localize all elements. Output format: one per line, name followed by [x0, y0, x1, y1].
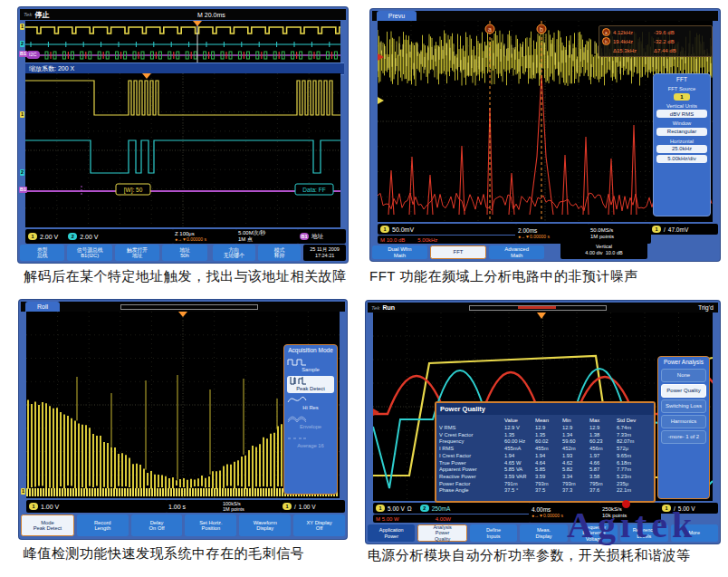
decode-menu-button[interactable]: 触发打开地址 — [115, 245, 159, 261]
power-table-row: Power Factor791m793m793m795m235μ — [436, 481, 654, 488]
power-analysis-item[interactable]: Switching Loss — [661, 399, 706, 413]
peak-menu-button[interactable]: DelayOn Off — [131, 514, 183, 536]
main-screen: [W]: 50 Data: FF — [25, 73, 340, 227]
logo-text: Ag — [567, 505, 620, 545]
acquisition-menu: Acquisition Mode SamplePeak DetectHi Res… — [283, 344, 338, 495]
table-title: Power Quality — [436, 403, 654, 415]
power-table-row: True Power4.65 W4.644.624.666.18m — [436, 460, 654, 467]
power-table-row: Frequency60.00 Hz60.0259.6060.2382.07m — [436, 438, 654, 446]
bus-data-label: Data: FF — [302, 187, 325, 193]
col-min: Min — [562, 418, 589, 423]
col-max: Max — [589, 418, 617, 423]
cursor-b-level: -32.2 dB — [654, 39, 675, 44]
scope-topbar: Prevu — [372, 11, 718, 21]
acquisition-status: Prevu — [377, 11, 417, 21]
acquisition-mode-icon — [287, 434, 307, 443]
power-analysis-item[interactable]: None — [661, 369, 706, 382]
record-view-bar[interactable] — [120, 304, 258, 310]
power-analysis-item[interactable]: Power Quality — [661, 384, 706, 398]
ch1-scale-readout: 1 50.0mV — [378, 224, 517, 235]
cursor-b-icon: b — [602, 37, 610, 45]
acquisition-mode-item[interactable]: Hi Res — [287, 395, 334, 412]
channel1-marker[interactable]: 1 — [20, 24, 24, 30]
decode-menu-button[interactable]: 方向无论哪个 — [213, 245, 255, 261]
power-menu-button[interactable]: AnalysisPowerQuality — [417, 524, 466, 542]
fft-source-button[interactable]: 1 — [674, 93, 690, 101]
decode-waveform: [W]: 50 Data: FF — [25, 73, 340, 227]
channel2-marker[interactable]: 2 — [20, 41, 24, 47]
math-scale: M 10.0 dB — [380, 237, 405, 243]
datetime-box: 25 11月 2009 17:24:21 — [303, 245, 346, 261]
col-stddev: Std Dev — [617, 418, 647, 423]
horizontal-scale-readout: M 20.0ms — [197, 12, 225, 18]
peak-menu-button[interactable]: RecordLength — [77, 514, 129, 536]
horizontal-scale-button[interactable]: 5.00kHz/div — [656, 155, 707, 163]
logo-i: ı — [620, 507, 635, 543]
power-analysis-menu: Power Analysis NonePower QualitySwitchin… — [657, 356, 710, 499]
math-menu-button[interactable]: FFT — [430, 245, 487, 259]
ch1-chip: 1 — [380, 226, 389, 233]
math-menu-button[interactable]: AdvancedMath — [489, 245, 544, 259]
power-menu-button[interactable]: ApplicationPower — [368, 524, 415, 542]
power-analysis-item[interactable]: Harmonics — [661, 415, 706, 428]
acquisition-mode-item[interactable]: Envelope — [287, 414, 334, 431]
menu-button-group: 类型总线信号源总线B1(I2C)触发打开地址地址50h — [20, 245, 207, 261]
math-scale: M 5.00 W — [376, 516, 399, 522]
tek-logo: Tek — [24, 12, 32, 17]
time-label: 17:24:21 — [303, 253, 346, 259]
peak-menu-button[interactable]: WaveformDisplay — [239, 514, 291, 536]
trigger-level: 1.00 V — [299, 504, 316, 510]
channel2-position-marker[interactable]: 2 — [20, 169, 24, 176]
acquisition-mode-item[interactable]: Peak Detect — [287, 376, 334, 393]
decode-menu-button[interactable]: 信号源总线B1(I2C) — [67, 245, 111, 261]
vertical-readout-box: Vertical 4.00 div 10.0 dB — [560, 240, 647, 259]
ch1-chip: 1 — [28, 233, 37, 240]
delay-readout: ●→▼0.00000 s — [175, 237, 206, 243]
decode-menu-button[interactable]: 类型总线 — [20, 245, 64, 261]
power-menu-button[interactable]: Meas.Display — [520, 524, 567, 542]
cursor-a-icon: a — [602, 28, 610, 36]
vertical-units-button[interactable]: dBV RMS — [656, 110, 707, 118]
decode-menu-button[interactable]: 地址50h — [162, 245, 206, 261]
acquisition-mode-icon — [287, 396, 307, 405]
vertical-div: 4.00 div — [585, 250, 602, 255]
peak-menu-button[interactable]: XY DisplayOff — [293, 514, 345, 536]
acquisition-mode-icon — [287, 358, 307, 367]
scope-topbar: Tek 停止 M 20.0ms — [20, 9, 346, 20]
record-points: 1M points — [590, 234, 614, 240]
power-screen: Power Quality Value Mean Min Max Std Dev… — [373, 313, 713, 501]
power-table-row: V Crest Factor1.351.351.341.387.33m — [436, 432, 654, 439]
window-label: Window — [654, 120, 710, 126]
power-menu-button[interactable]: DefineInputs — [470, 524, 517, 542]
channel1-position-marker[interactable]: 1 — [21, 488, 25, 495]
overview-waveform — [25, 21, 340, 63]
fft-screen: ab a 4.12kHz -39.6 dB b 19.4kHz -32.2 dB… — [378, 21, 713, 222]
bus-chip: I2C — [26, 51, 40, 59]
scope-panel-decode: Tek 停止 M 20.0ms I2C 1 2 B1 缩放系数: 200 X [… — [18, 7, 348, 263]
power-table-row: I RMS455mA455m452m456m572μ — [436, 446, 654, 453]
peak-menu-button[interactable]: ModePeak Detect — [21, 514, 74, 536]
acquisition-mode-icon — [287, 377, 307, 386]
record-view-window[interactable] — [518, 306, 556, 309]
math-menu-button[interactable]: Dual WfmMath — [372, 245, 427, 259]
bus-position-marker[interactable]: B1 — [19, 187, 27, 193]
ch1-chip: 1 — [29, 503, 38, 510]
caption-fft: FFT 功能在频域上分析电路中的非预计噪声 — [369, 268, 638, 285]
window-button[interactable]: Rectangular — [656, 128, 707, 136]
acquisition-mode-item[interactable]: Average 16 — [287, 432, 334, 449]
scope-panel-fft: Prevu ab a 4.12kHz -39.6 dB b 19.4kHz -3… — [370, 9, 720, 261]
peak-menu-button[interactable]: Set Horiz.Position — [185, 514, 236, 536]
sample-rate: 50.0MS/s — [590, 227, 613, 234]
bus-marker[interactable]: B1 — [19, 51, 27, 57]
svg-text:a: a — [488, 26, 492, 33]
channel1-position-marker[interactable]: 1 — [20, 111, 24, 118]
power-analysis-item[interactable]: -more- 1 of 2 — [661, 430, 706, 444]
ch2-chip: 2 — [420, 505, 429, 512]
peak-screen: Acquisition Mode SamplePeak DetectHi Res… — [26, 312, 340, 498]
bus-write-label: [W]: 50 — [124, 187, 143, 194]
acquisition-mode-item[interactable]: Sample — [287, 357, 334, 374]
horizontal-center-button[interactable]: 25.0kHz — [656, 145, 707, 153]
decode-menu-button[interactable]: 模式释抑 — [258, 245, 301, 261]
ch1-chip: 1 — [376, 505, 385, 512]
trigger-slope-icon: / — [664, 226, 666, 233]
